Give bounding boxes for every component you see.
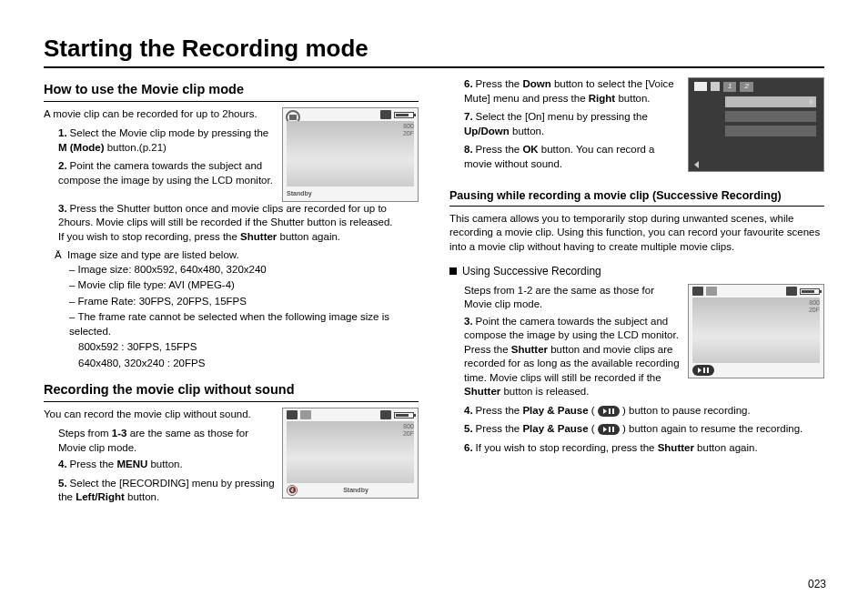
section-without-sound: Recording the movie clip without sound xyxy=(44,381,419,402)
movie-icon xyxy=(287,410,298,419)
lcd-res-readout: 800 20F xyxy=(809,299,820,315)
card-icon xyxy=(380,110,391,119)
bullet-framerate: – Frame Rate: 30FPS, 20FPS, 15FPS xyxy=(44,295,419,309)
ss6-pre: If you wish to stop recording, press the xyxy=(476,442,658,453)
menu-sound-icon xyxy=(711,82,720,91)
step1-bold: M (Mode) xyxy=(58,142,104,153)
ss3-b1: Shutter xyxy=(511,344,548,355)
lcd-preview-successive: 800 20F xyxy=(688,284,824,378)
star-text: Image size and type are listed below. xyxy=(67,249,239,260)
succ-step-3: 3.Point the camera towards the subject a… xyxy=(464,315,681,399)
step1-pre: Select the Movie clip mode by pressing t… xyxy=(70,127,269,138)
mute-circle-icon: 🔇 xyxy=(287,485,298,496)
step-8: 8.Press the OK button. You can record a … xyxy=(464,143,681,171)
play-pause-icon xyxy=(598,424,620,435)
step3-post: button again. xyxy=(277,231,340,242)
lcd-menu: 1 2 xyxy=(688,77,824,172)
lcd-preview-mute: 800 20F 🔇 Standby xyxy=(282,408,419,499)
ss4-pre: Press the xyxy=(476,405,523,416)
menu-footer xyxy=(694,161,818,168)
lcd-preview-movie: 800 20F Standby xyxy=(282,107,419,202)
step-6: 6.Press the Down button to select the [V… xyxy=(464,77,681,106)
step-1: 1.Select the Movie clip mode by pressing… xyxy=(58,126,275,155)
succ-step-6: 6.If you wish to stop recording, press t… xyxy=(464,441,824,456)
ss4-bold: Play & Pause xyxy=(522,405,588,416)
step-7: 7.Select the [On] menu by pressing the U… xyxy=(464,110,681,138)
ss-bold: 1-3 xyxy=(112,428,127,439)
r7-bold: Up/Down xyxy=(464,126,510,136)
card-icon xyxy=(380,410,391,419)
menu-row-selected xyxy=(725,96,816,107)
ss3-b2: Shutter xyxy=(464,386,500,397)
ss6-post: button again. xyxy=(694,442,758,453)
section-pausing: Pausing while recording a movie clip (Su… xyxy=(449,188,824,207)
menu-rows xyxy=(725,96,816,140)
r6-b2: Right xyxy=(589,93,615,104)
step2-text: Point the camera towards the subject and… xyxy=(58,160,273,186)
lcd-res-size: 800 xyxy=(403,123,414,130)
step-2: 2.Point the camera towards the subject a… xyxy=(58,159,275,187)
ss6-bold: Shutter xyxy=(658,442,694,453)
play-pause-icon xyxy=(598,406,620,417)
rec-icon xyxy=(706,287,717,296)
pausing-intro: This camera allows you to temporarily st… xyxy=(449,212,824,255)
page-title: Starting the Recording mode xyxy=(44,35,824,68)
step1-post: button.(p.21) xyxy=(104,142,166,153)
bullet-size: – Image size: 800x592, 640x480, 320x240 xyxy=(44,263,419,277)
content-columns: How to use the Movie clip mode 800 20F S… xyxy=(44,77,824,509)
intro-text: A movie clip can be recorded for up to 2… xyxy=(44,107,275,122)
s4-post: button. xyxy=(147,459,182,469)
bullet-filetype: – Movie clip file type: AVI (MPEG-4) xyxy=(44,278,419,293)
ss5-bold: Play & Pause xyxy=(522,423,588,434)
lcd-res-size: 800 xyxy=(809,299,820,307)
step3-pre: Press the Shutter button once and movie … xyxy=(58,203,393,242)
preview-photo xyxy=(287,121,414,187)
steps-same-note: Steps from 1-3 are the same as those for… xyxy=(44,427,275,455)
intro-mute: You can record the movie clip without so… xyxy=(44,408,275,422)
lcd-res-readout: 800 20F xyxy=(403,423,414,439)
menu-tab-1: 1 xyxy=(723,82,736,92)
preview-photo xyxy=(692,297,820,363)
chevron-left-icon xyxy=(694,161,699,168)
s4-pre: Press the xyxy=(70,459,117,469)
right-column: 1 2 6.Press the Down button to select th… xyxy=(449,77,824,509)
s5-bold: Left/Right xyxy=(76,491,125,502)
left-column: How to use the Movie clip mode 800 20F S… xyxy=(44,77,419,509)
mute-icon xyxy=(300,410,311,419)
step-3: 3.Press the Shutter button once and movi… xyxy=(58,202,419,245)
sub-successive: Using Successive Recording xyxy=(449,264,824,278)
menu-row xyxy=(725,111,816,122)
square-bullet-icon xyxy=(449,267,457,275)
preview-photo xyxy=(287,421,414,483)
step-5: 5.Select the [RECORDING] menu by pressin… xyxy=(58,477,275,505)
card-icon xyxy=(786,287,797,296)
ss-pre: Steps from xyxy=(58,428,112,439)
note-star: Ä Image size and type are listed below. xyxy=(44,248,419,263)
movie-icon xyxy=(692,287,703,296)
steps-same-succ: Steps from 1-2 are the same as those for… xyxy=(449,284,681,312)
play-pause-icon xyxy=(692,365,714,376)
r8-pre: Press the xyxy=(476,144,523,155)
chevron-right-icon xyxy=(810,98,814,106)
standby-label: Standby xyxy=(287,189,312,197)
ss3-post: button is released. xyxy=(500,386,589,397)
ss5-pre: Press the xyxy=(476,423,523,434)
r7-post: button. xyxy=(510,126,544,136)
lcd-framerate: 20F xyxy=(809,307,820,314)
r6-pre: Press the xyxy=(476,78,523,89)
menu-tab-2: 2 xyxy=(740,82,752,92)
lcd-framerate: 20F xyxy=(403,130,414,137)
battery-icon xyxy=(394,112,414,118)
r7-pre: Select the [On] menu by pressing the xyxy=(476,111,648,122)
battery-icon xyxy=(394,412,414,418)
lcd-framerate: 20F xyxy=(403,430,414,438)
r6-b1: Down xyxy=(522,78,550,89)
lcd-res-readout: 800 20F xyxy=(403,123,414,138)
s5-post: button. xyxy=(125,491,159,502)
page-number: 023 xyxy=(808,578,826,590)
r6-post: button. xyxy=(615,93,650,104)
r8-bold: OK xyxy=(522,144,538,155)
lcd-res-size: 800 xyxy=(403,423,414,430)
bullet-640: 640x480, 320x240 : 20FPS xyxy=(44,357,419,371)
menu-row xyxy=(725,126,816,136)
